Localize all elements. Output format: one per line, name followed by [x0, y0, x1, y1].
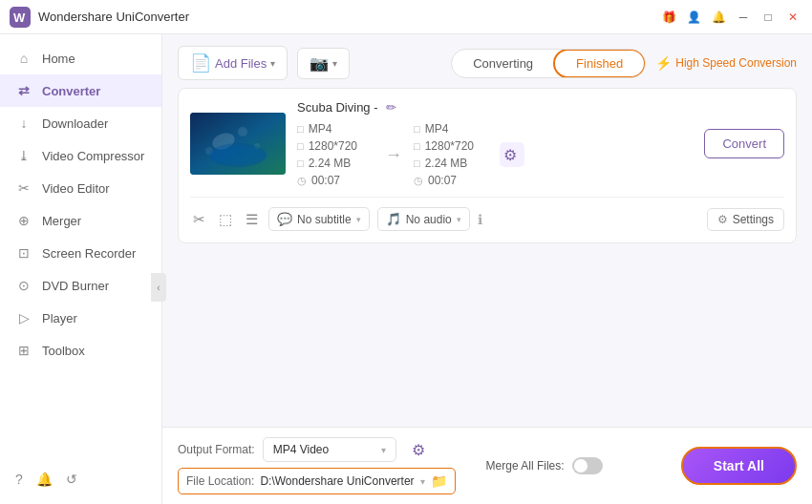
screen-recording-button[interactable]: 📷 ▾ [297, 48, 350, 79]
browse-folder-icon[interactable]: 📁 [431, 473, 447, 489]
output-format-settings-icon[interactable]: ⚙ [498, 144, 526, 165]
svg-text:⚙: ⚙ [503, 147, 517, 163]
audio-dropdown-arrow: ▾ [457, 215, 461, 224]
sidebar-collapse-button[interactable]: ‹ [151, 273, 166, 302]
app-title: Wondershare UniConverter [38, 10, 659, 24]
svg-point-3 [209, 146, 267, 165]
svg-point-6 [254, 143, 260, 149]
help-icon[interactable]: ? [15, 472, 23, 487]
merge-files-toggle[interactable] [572, 457, 603, 474]
high-speed-conversion-button[interactable]: ⚡ High Speed Conversion [655, 55, 797, 71]
sidebar-label-player: Player [42, 311, 77, 326]
camera-icon: 📷 [310, 54, 329, 73]
target-size: 2.24 MB [425, 157, 468, 170]
target-duration-row: ◷ 00:07 [414, 174, 490, 187]
tab-group: Converting Finished [451, 49, 646, 78]
sidebar-item-home[interactable]: ⌂ Home [0, 42, 161, 74]
file-name: Scuba Diving - [297, 100, 378, 115]
source-resolution-icon: □ [297, 140, 304, 152]
add-files-dropdown-icon: ▾ [270, 58, 275, 69]
audio-select[interactable]: 🎵 No audio ▾ [377, 207, 470, 231]
home-icon: ⌂ [15, 51, 32, 66]
minimize-button[interactable]: ─ [734, 8, 753, 27]
svg-point-5 [238, 127, 247, 136]
target-resolution-row: □ 1280*720 [414, 139, 490, 153]
target-format-block: □ MP4 □ 1280*720 □ 2.24 MB [414, 122, 490, 187]
subtitle-icon: 💬 [277, 212, 292, 226]
camera-dropdown-icon: ▾ [332, 58, 337, 69]
source-duration-icon: ◷ [297, 175, 307, 187]
file-location-path: D:\Wondershare UniConverter [260, 474, 414, 488]
sidebar-item-toolbox[interactable]: ⊞ Toolbox [0, 334, 161, 367]
user-icon[interactable]: 👤 [684, 8, 703, 27]
window-controls: 🎁 👤 🔔 ─ □ ✕ [659, 8, 802, 27]
settings-label: Settings [733, 213, 774, 226]
target-size-row: □ 2.24 MB [414, 157, 490, 170]
list-icon[interactable]: ☰ [243, 208, 261, 231]
sidebar-item-merger[interactable]: ⊕ Merger [0, 204, 161, 237]
cut-icon[interactable]: ✂ [190, 208, 208, 231]
add-files-button[interactable]: 📄 Add Files ▾ [178, 46, 288, 80]
main-layout: ⌂ Home ⇄ Converter ↓ Downloader ⤓ Video … [0, 34, 812, 504]
merge-files-row: Merge All Files: [486, 457, 603, 474]
refresh-icon[interactable]: ↺ [66, 472, 77, 487]
file-thumbnail [190, 113, 286, 175]
sidebar-item-converter[interactable]: ⇄ Converter [0, 74, 161, 107]
start-all-button[interactable]: Start All [681, 447, 797, 485]
subtitle-select[interactable]: 💬 No subtitle ▾ [268, 207, 370, 231]
add-files-icon: 📄 [190, 52, 211, 74]
sidebar: ⌂ Home ⇄ Converter ↓ Downloader ⤓ Video … [0, 34, 162, 504]
sidebar-item-dvd-burner[interactable]: ⊙ DVD Burner [0, 269, 161, 302]
edit-filename-icon[interactable]: ✏ [386, 100, 396, 115]
toolbox-icon: ⊞ [15, 343, 32, 358]
gift-icon[interactable]: 🎁 [659, 8, 678, 27]
file-item: Scuba Diving - ✏ □ MP4 □ [178, 88, 797, 243]
maximize-button[interactable]: □ [759, 8, 778, 27]
high-speed-label: High Speed Conversion [675, 56, 797, 70]
gear-icon: ⚙ [717, 213, 728, 226]
audio-value: No audio [406, 213, 452, 226]
file-location-row: File Location: D:\Wondershare UniConvert… [178, 468, 456, 494]
source-duration: 00:07 [311, 174, 340, 187]
target-duration-icon: ◷ [414, 175, 423, 187]
sidebar-label-screen-recorder: Screen Recorder [42, 246, 136, 261]
screen-recorder-icon: ⊡ [15, 245, 32, 261]
sidebar-item-video-editor[interactable]: ✂ Video Editor [0, 172, 161, 204]
sidebar-label-dvd: DVD Burner [42, 279, 109, 293]
content-area: 📄 Add Files ▾ 📷 ▾ Converting Finished ⚡ … [162, 34, 812, 504]
notification-icon[interactable]: 🔔 [36, 472, 53, 487]
target-format-icon: □ [414, 123, 420, 135]
sidebar-label-home: Home [42, 52, 75, 66]
tab-finished[interactable]: Finished [553, 49, 646, 78]
downloader-icon: ↓ [15, 116, 32, 131]
target-resolution: 1280*720 [425, 139, 474, 153]
sidebar-label-editor: Video Editor [42, 181, 110, 196]
location-dropdown-arrow: ▾ [420, 476, 425, 487]
player-icon: ▷ [15, 310, 32, 326]
sidebar-item-player[interactable]: ▷ Player [0, 302, 161, 334]
source-duration-row: ◷ 00:07 [297, 174, 374, 187]
source-resolution: 1280*720 [309, 139, 357, 153]
file-area: Scuba Diving - ✏ □ MP4 □ [162, 88, 812, 427]
settings-button[interactable]: ⚙ Settings [707, 208, 784, 231]
tab-converting[interactable]: Converting [452, 50, 554, 77]
copy-icon[interactable]: ⬚ [216, 208, 235, 231]
sidebar-item-video-compressor[interactable]: ⤓ Video Compressor [0, 139, 161, 172]
file-settings-row: ✂ ⬚ ☰ 💬 No subtitle ▾ 🎵 No audio ▾ ℹ [190, 197, 784, 231]
output-format-label: Output Format: [178, 443, 255, 456]
close-button[interactable]: ✕ [783, 8, 802, 27]
info-icon[interactable]: ℹ [478, 212, 482, 227]
editor-icon: ✂ [15, 180, 32, 196]
convert-button[interactable]: Convert [704, 129, 784, 158]
output-format-select[interactable]: MP4 Video ▾ [263, 437, 396, 462]
output-format-quick-settings-icon[interactable]: ⚙ [404, 439, 433, 460]
source-size: 2.24 MB [309, 157, 352, 170]
file-title-row: Scuba Diving - ✏ [297, 100, 693, 115]
conversion-arrow-icon: → [385, 145, 402, 165]
bell-icon[interactable]: 🔔 [709, 8, 728, 27]
file-main-row: Scuba Diving - ✏ □ MP4 □ [190, 100, 784, 187]
titlebar: W Wondershare UniConverter 🎁 👤 🔔 ─ □ ✕ [0, 0, 812, 34]
sidebar-item-screen-recorder[interactable]: ⊡ Screen Recorder [0, 237, 161, 269]
sidebar-item-downloader[interactable]: ↓ Downloader [0, 107, 161, 139]
source-format-row: □ MP4 [297, 122, 374, 136]
